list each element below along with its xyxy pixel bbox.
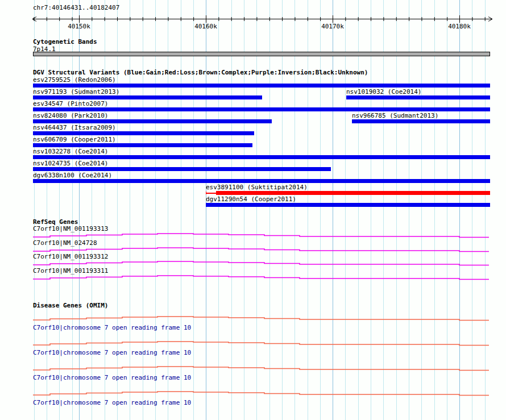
refseq-gene-line[interactable] — [33, 272, 490, 281]
minor-gridline — [447, 0, 447, 420]
variant-bar[interactable] — [33, 95, 262, 99]
variant-bar[interactable] — [346, 95, 490, 99]
omim-gene-line[interactable] — [33, 313, 490, 322]
minor-gridline — [434, 0, 435, 420]
minor-gridline — [409, 0, 409, 420]
minor-gridline — [472, 0, 472, 420]
ruler-tick-label: 40170k — [316, 23, 350, 30]
minor-gridline — [117, 0, 118, 420]
gene-structure-path — [33, 276, 489, 280]
minor-gridline — [256, 0, 257, 420]
variant-label[interactable]: esv34547 (Pinto2007) — [33, 100, 108, 107]
cytobands-header: Cytogenetic Bands — [33, 38, 97, 45]
omim-gene-line[interactable] — [33, 338, 490, 347]
minor-gridline — [421, 0, 422, 420]
variant-bar[interactable] — [33, 84, 490, 88]
cytoband-bar[interactable] — [33, 52, 490, 56]
refseq-gene-line[interactable] — [33, 230, 490, 239]
variant-bar[interactable] — [33, 143, 252, 147]
ruler-line — [488, 17, 492, 19]
variant-label[interactable]: nsv971193 (Sudmant2013) — [33, 88, 119, 95]
variant-label[interactable]: esv3891100 (Suktitipat2014) — [206, 184, 308, 191]
variant-label[interactable]: dgv11290n54 (Cooper2011) — [206, 196, 296, 203]
minor-gridline — [308, 0, 308, 420]
minor-gridline — [130, 0, 130, 420]
refseq-gene-line[interactable] — [33, 258, 490, 267]
omim-gene-line[interactable] — [33, 363, 490, 372]
minor-gridline — [320, 0, 321, 420]
genome-browser-panel: chr7:40146431..40182407 40150k40160k4017… — [0, 0, 506, 420]
variant-label[interactable]: nsv464437 (Itsara2009) — [33, 124, 116, 131]
minor-gridline — [143, 0, 143, 420]
minor-gridline — [92, 0, 92, 420]
ruler-tick-label: 40150k — [62, 23, 96, 30]
gene-structure-path — [33, 261, 489, 265]
variant-bar[interactable] — [33, 155, 490, 159]
variant-bar[interactable] — [206, 203, 490, 207]
minor-gridline — [396, 0, 397, 420]
ruler-tick-label: 40160k — [189, 23, 223, 30]
gene-structure-path — [33, 392, 489, 396]
variant-bar[interactable] — [33, 119, 272, 123]
minor-gridline — [269, 0, 270, 420]
minor-gridline — [155, 0, 156, 420]
minor-gridline — [371, 0, 371, 420]
omim-track-header: Disease Genes (OMIM) — [33, 302, 108, 309]
minor-gridline — [358, 0, 359, 420]
gene-structure-path — [33, 342, 489, 346]
variant-label[interactable]: nsv606709 (Cooper2011) — [33, 136, 116, 143]
variant-label[interactable]: nsv824080 (Park2010) — [33, 112, 108, 119]
gene-structure-path — [33, 234, 489, 238]
minor-gridline — [105, 0, 105, 420]
minor-gridline — [244, 0, 244, 420]
minor-gridline — [193, 0, 194, 420]
omim-gene-label[interactable]: C7orf10|chromosome 7 open reading frame … — [33, 349, 191, 356]
major-gridline — [459, 0, 460, 420]
minor-gridline — [47, 0, 47, 420]
major-gridline — [333, 0, 333, 420]
variant-label[interactable]: nsv1019032 (Coe2014) — [346, 88, 421, 95]
gene-structure-path — [33, 317, 489, 321]
minor-gridline — [218, 0, 219, 420]
variant-bar[interactable] — [352, 119, 490, 123]
variant-thin-lead-line — [206, 193, 216, 194]
gene-structure-path — [33, 248, 489, 252]
minor-gridline — [34, 0, 35, 420]
gene-structure-path — [33, 367, 489, 371]
minor-gridline — [59, 0, 60, 420]
minor-gridline — [485, 0, 486, 420]
major-gridline — [79, 0, 80, 420]
variant-bar[interactable] — [216, 191, 490, 195]
refseq-gene-line[interactable] — [33, 244, 490, 253]
omim-gene-label[interactable]: C7orf10|chromosome 7 open reading frame … — [33, 374, 191, 381]
variant-label[interactable]: esv2759525 (Redon2006) — [33, 76, 116, 84]
variant-label[interactable]: nsv1032278 (Coe2014) — [33, 148, 108, 155]
minor-gridline — [168, 0, 168, 420]
minor-gridline — [231, 0, 232, 420]
variant-label[interactable]: nsv1024735 (Coe2014) — [33, 160, 108, 167]
variant-bar[interactable] — [33, 131, 254, 135]
variant-label[interactable]: dgv6338n100 (Coe2014) — [33, 172, 112, 179]
omim-gene-label[interactable]: C7orf10|chromosome 7 open reading frame … — [33, 399, 191, 406]
minor-gridline — [383, 0, 384, 420]
variant-label[interactable]: nsv966785 (Sudmant2013) — [352, 112, 438, 119]
minor-gridline — [181, 0, 181, 420]
minor-gridline — [72, 0, 73, 420]
minor-gridline — [345, 0, 346, 420]
minor-gridline — [295, 0, 295, 420]
minor-gridline — [282, 0, 283, 420]
omim-gene-line[interactable] — [33, 388, 490, 397]
variant-bar[interactable] — [33, 107, 490, 111]
ruler-tick-label: 40180k — [442, 23, 476, 30]
variant-bar[interactable] — [33, 179, 490, 183]
dgv-track-header: DGV Structural Variants (Blue:Gain;Red:L… — [33, 69, 368, 76]
ruler-line — [488, 19, 492, 22]
region-title: chr7:40146431..40182407 — [33, 4, 119, 11]
omim-gene-label[interactable]: C7orf10|chromosome 7 open reading frame … — [33, 324, 191, 331]
major-gridline — [206, 0, 206, 420]
variant-bar[interactable] — [33, 167, 331, 171]
